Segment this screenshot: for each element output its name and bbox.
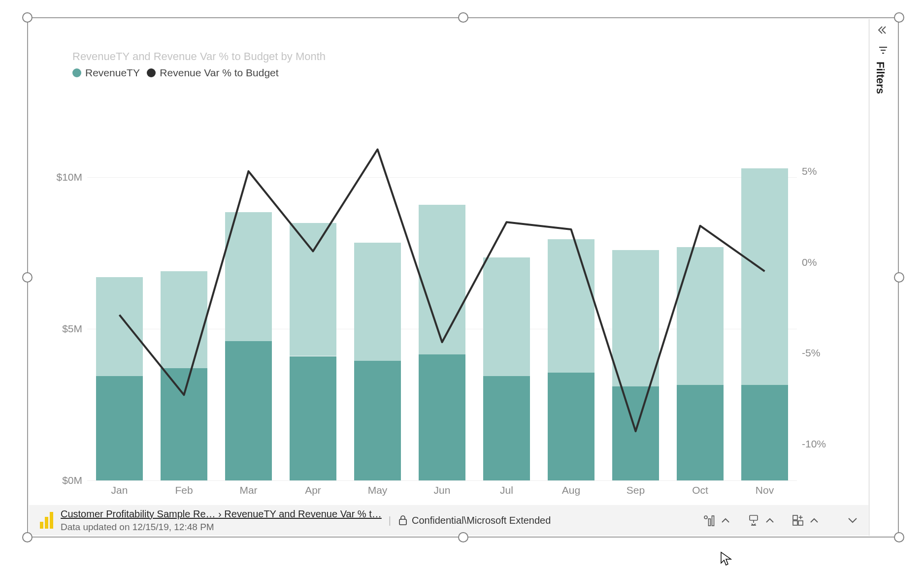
resize-handle-tc[interactable] bbox=[458, 12, 468, 23]
y-right-tick: -5% bbox=[802, 347, 839, 359]
category-label: Jun bbox=[434, 484, 451, 496]
chart-title: RevenueTY and Revenue Var % to Budget by… bbox=[72, 50, 863, 63]
category-label: Aug bbox=[562, 484, 580, 496]
drill-up-icon[interactable] bbox=[701, 512, 718, 529]
resize-handle-tr[interactable] bbox=[894, 12, 904, 23]
category-label: Oct bbox=[692, 484, 708, 496]
filters-icon bbox=[869, 46, 897, 57]
visual-selection-box[interactable]: Filters RevenueTY and Revenue Var % to B… bbox=[27, 17, 899, 538]
sensitivity-text: Confidential\Microsoft Extended bbox=[412, 515, 551, 526]
resize-handle-mr[interactable] bbox=[894, 272, 904, 283]
drill-mode-icon[interactable] bbox=[745, 512, 762, 529]
resize-handle-tl[interactable] bbox=[22, 12, 33, 23]
combo-chart[interactable]: RevenueTY and Revenue Var % to Budget by… bbox=[38, 28, 863, 504]
svg-rect-8 bbox=[793, 515, 797, 520]
svg-rect-9 bbox=[793, 521, 797, 525]
resize-handle-bl[interactable] bbox=[22, 532, 33, 542]
circle-icon bbox=[72, 68, 81, 77]
category-label: Nov bbox=[756, 484, 774, 496]
category-label: Jan bbox=[111, 484, 128, 496]
svg-rect-7 bbox=[750, 515, 758, 520]
category-label: Sep bbox=[627, 484, 645, 496]
chart-legend: RevenueTY Revenue Var % to Budget bbox=[72, 67, 863, 79]
category-label: Mar bbox=[239, 484, 257, 496]
powerbi-icon bbox=[40, 512, 54, 529]
svg-rect-3 bbox=[399, 519, 406, 525]
svg-rect-6 bbox=[712, 516, 714, 526]
y-left-tick: $0M bbox=[43, 475, 82, 486]
svg-rect-5 bbox=[709, 519, 711, 526]
y-right-tick: -10% bbox=[802, 438, 839, 450]
filters-pane-collapsed[interactable]: Filters bbox=[869, 19, 897, 536]
collapse-filters-icon[interactable] bbox=[869, 25, 897, 37]
chevron-up-icon[interactable] bbox=[807, 513, 821, 527]
y-right-tick: 5% bbox=[802, 165, 839, 177]
plot-area[interactable]: $0M$5M$10M-10%-5%0%5%JanFebMarAprMayJunJ… bbox=[87, 117, 797, 480]
legend-var-label: Revenue Var % to Budget bbox=[160, 67, 278, 79]
resize-handle-br[interactable] bbox=[894, 532, 904, 542]
svg-rect-10 bbox=[798, 521, 803, 525]
legend-revenue-label: RevenueTY bbox=[85, 67, 140, 79]
chevron-up-icon[interactable] bbox=[763, 513, 777, 527]
y-left-tick: $5M bbox=[43, 323, 82, 335]
chevron-down-icon[interactable] bbox=[846, 513, 859, 527]
category-label: Feb bbox=[175, 484, 193, 496]
resize-handle-ml[interactable] bbox=[22, 272, 33, 283]
circle-icon bbox=[147, 68, 156, 77]
footer-controls bbox=[701, 512, 859, 529]
report-footer: Customer Profitability Sample Re… › Reve… bbox=[29, 505, 868, 536]
svg-point-4 bbox=[704, 516, 707, 519]
filters-label: Filters bbox=[874, 62, 887, 94]
legend-item-var[interactable]: Revenue Var % to Budget bbox=[147, 67, 278, 79]
category-label: Apr bbox=[305, 484, 321, 496]
data-updated-label: Data updated on 12/15/19, 12:48 PM bbox=[61, 521, 382, 533]
y-left-tick: $10M bbox=[43, 171, 82, 183]
cursor-icon bbox=[720, 551, 732, 566]
resize-handle-bc[interactable] bbox=[458, 532, 468, 542]
expand-visual-icon[interactable] bbox=[790, 512, 806, 529]
breadcrumb-link[interactable]: Customer Profitability Sample Re… › Reve… bbox=[61, 508, 382, 520]
sensitivity-label[interactable]: Confidential\Microsoft Extended bbox=[398, 515, 551, 526]
chevron-up-icon[interactable] bbox=[719, 513, 732, 527]
category-label: Jul bbox=[500, 484, 513, 496]
legend-item-revenue[interactable]: RevenueTY bbox=[72, 67, 140, 79]
category-label: May bbox=[368, 484, 388, 496]
y-right-tick: 0% bbox=[802, 256, 839, 268]
lock-icon bbox=[398, 515, 408, 526]
separator: | bbox=[389, 515, 391, 526]
variance-line[interactable] bbox=[87, 117, 797, 480]
